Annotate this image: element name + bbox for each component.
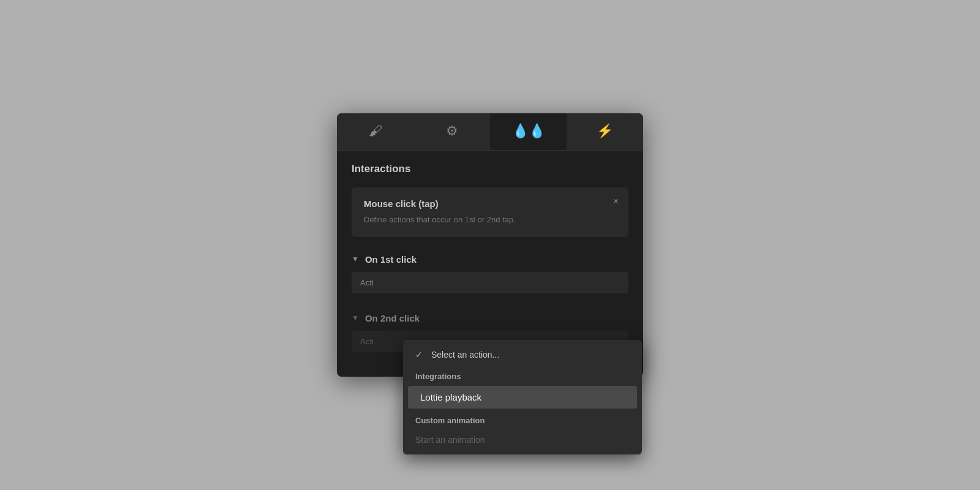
integrations-label: Integrations <box>403 366 642 385</box>
lottie-label: Lottie playback <box>420 392 481 402</box>
first-click-header[interactable]: ▼ On 1st click <box>352 247 628 272</box>
second-click-action-label: Acti <box>360 337 374 346</box>
second-click-label: On 2nd click <box>365 313 420 323</box>
first-click-action-row: Acti <box>352 272 628 293</box>
first-click-section: ▼ On 1st click Acti <box>352 247 628 306</box>
tab-drops[interactable]: 💧💧 <box>490 113 567 150</box>
dropdown-lottie[interactable]: Lottie playback <box>408 386 637 409</box>
chevron-down-icon: ▼ <box>352 255 359 263</box>
section-title: Interactions <box>352 163 628 175</box>
interactions-panel: 🖌 ⚙ 💧💧 ⚡ Interactions Mouse click (tap) … <box>337 113 643 377</box>
check-icon: ✓ <box>415 350 425 360</box>
custom-animation-label: Custom animation <box>403 410 642 429</box>
gear-icon: ⚙ <box>446 123 458 139</box>
dropdown-select-action[interactable]: ✓ Select an action... <box>403 344 642 366</box>
dropdown-start-animation[interactable]: Start an animation <box>403 429 642 451</box>
interaction-card-desc: Define actions that occur on 1st or 2nd … <box>364 214 616 226</box>
tab-paint[interactable]: 🖌 <box>337 113 413 150</box>
action-dropdown: ✓ Select an action... Integrations Lotti… <box>403 340 642 454</box>
start-animation-label: Start an animation <box>415 435 485 445</box>
close-button[interactable]: × <box>613 196 619 207</box>
first-click-action-label: Acti <box>360 278 374 287</box>
chevron-down-icon-2: ▼ <box>352 314 359 322</box>
second-click-header[interactable]: ▼ On 2nd click <box>352 306 628 331</box>
toolbar: 🖌 ⚙ 💧💧 ⚡ <box>337 113 643 151</box>
tab-lightning[interactable]: ⚡ <box>567 113 643 150</box>
interaction-card-title: Mouse click (tap) <box>364 198 616 209</box>
paint-icon: 🖌 <box>369 123 382 139</box>
interaction-card: Mouse click (tap) Define actions that oc… <box>352 187 628 237</box>
select-action-label: Select an action... <box>431 350 499 360</box>
drops-icon: 💧💧 <box>512 123 545 139</box>
lightning-icon: ⚡ <box>597 123 613 139</box>
first-click-label: On 1st click <box>365 254 417 265</box>
tab-settings[interactable]: ⚙ <box>413 113 490 150</box>
